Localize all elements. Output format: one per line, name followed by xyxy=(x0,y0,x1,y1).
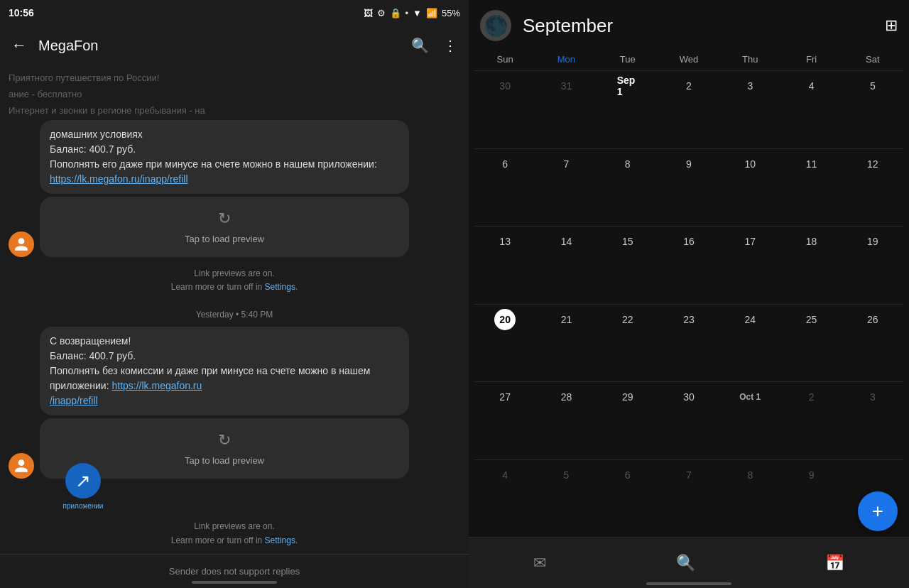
day-25: 25 xyxy=(801,309,822,330)
day-22: 22 xyxy=(617,309,638,330)
cell-11[interactable]: 11 xyxy=(780,149,842,227)
day-oct7: 7 xyxy=(678,464,700,486)
user-avatar[interactable]: 🌑 xyxy=(480,10,511,41)
cell-5[interactable]: 5 xyxy=(842,71,903,148)
settings-link-2[interactable]: Settings xyxy=(265,535,295,545)
day-8: 8 xyxy=(617,153,638,175)
cell-23[interactable]: 23 xyxy=(658,305,719,382)
grid-view-button[interactable]: ⊞ xyxy=(885,16,898,35)
info-bar-2: Link previews are on. Learn more or turn… xyxy=(9,516,460,551)
bubble-1-text: домашних условияхБаланс: 400.7 руб.Попол… xyxy=(50,129,377,185)
day-5: 5 xyxy=(862,75,883,97)
sender-avatar-2 xyxy=(9,453,34,479)
cell-9[interactable]: 9 xyxy=(658,149,719,227)
vpn-icon: 🔒 xyxy=(390,8,401,18)
day-15: 15 xyxy=(617,231,638,252)
day-20-today: 20 xyxy=(494,309,516,330)
cell-oct8[interactable]: 8 xyxy=(719,460,780,538)
bubble-2-link[interactable]: https://lk.megafon.ru/inapp/refill xyxy=(50,380,202,406)
search-button[interactable]: 🔍 xyxy=(405,31,435,60)
cell-8[interactable]: 8 xyxy=(597,149,658,227)
cell-31-aug[interactable]: 31 xyxy=(535,71,597,148)
cell-16[interactable]: 16 xyxy=(658,227,719,304)
cell-14[interactable]: 14 xyxy=(535,227,597,304)
day-14: 14 xyxy=(555,231,577,252)
cell-21[interactable]: 21 xyxy=(535,305,597,382)
fab-add-event[interactable]: + xyxy=(858,491,898,531)
day-2: 2 xyxy=(678,75,700,97)
nav-calendar[interactable]: 📅 xyxy=(825,554,844,572)
cell-22[interactable]: 22 xyxy=(597,305,658,382)
header-sat: Sat xyxy=(842,51,903,67)
cell-10[interactable]: 10 xyxy=(719,149,780,227)
cell-24[interactable]: 24 xyxy=(719,305,780,382)
preview-text-1: Tap to load preview xyxy=(185,234,264,244)
cell-7[interactable]: 7 xyxy=(535,149,597,227)
day-18: 18 xyxy=(801,231,822,252)
cell-15[interactable]: 15 xyxy=(597,227,658,304)
day-7: 7 xyxy=(555,153,577,175)
info-2-line1: Link previews are on. xyxy=(194,521,274,531)
back-button[interactable]: ← xyxy=(6,31,33,60)
cell-oct2[interactable]: 2 xyxy=(780,382,842,459)
cell-oct4[interactable]: 4 xyxy=(474,460,535,538)
cell-4[interactable]: 4 xyxy=(780,71,842,148)
cell-oct3[interactable]: 3 xyxy=(842,382,903,459)
cell-18[interactable]: 18 xyxy=(780,227,842,304)
cell-oct7[interactable]: 7 xyxy=(658,460,719,538)
sender-avatar-1 xyxy=(9,232,34,257)
cell-29[interactable]: 29 xyxy=(597,382,658,459)
more-button[interactable]: ⋮ xyxy=(437,31,463,60)
day-sep1: Sep 1 xyxy=(617,75,638,97)
day-21: 21 xyxy=(555,309,577,330)
faded-message-3: Интернет и звонки в регионе пребывания -… xyxy=(9,104,460,117)
settings-icon: ⚙ xyxy=(377,8,386,18)
cell-oct5[interactable]: 5 xyxy=(535,460,597,538)
day-11: 11 xyxy=(801,153,822,175)
cell-27[interactable]: 27 xyxy=(474,382,535,459)
gallery-icon: 🖼 xyxy=(364,8,373,18)
cell-20[interactable]: 20 xyxy=(474,305,535,382)
day-oct6: 6 xyxy=(617,464,638,486)
cell-13[interactable]: 13 xyxy=(474,227,535,304)
cell-17[interactable]: 17 xyxy=(719,227,780,304)
battery-icon: 55% xyxy=(442,8,460,18)
info-1-line1: Link previews are on. xyxy=(194,268,274,278)
day-oct9: 9 xyxy=(801,464,822,486)
day-31-aug: 31 xyxy=(555,75,577,97)
day-13: 13 xyxy=(494,231,516,252)
cell-3[interactable]: 3 xyxy=(719,71,780,148)
cell-12[interactable]: 12 xyxy=(842,149,903,227)
cal-nav-indicator xyxy=(646,582,731,585)
cell-26[interactable]: 26 xyxy=(842,305,903,382)
day-oct1: Oct 1 xyxy=(739,386,761,408)
cell-sep1[interactable]: Sep 1 xyxy=(597,71,658,148)
dot-icon: • xyxy=(405,8,409,18)
nav-email[interactable]: ✉ xyxy=(533,554,546,572)
nav-search[interactable]: 🔍 xyxy=(676,554,695,572)
settings-link-1[interactable]: Settings xyxy=(265,282,295,292)
cell-28[interactable]: 28 xyxy=(535,382,597,459)
cell-oct1[interactable]: Oct 1 xyxy=(719,382,780,459)
messages-area: Приятного путешествия по России! ание - … xyxy=(0,65,469,554)
day-oct5: 5 xyxy=(555,464,577,486)
day-6: 6 xyxy=(494,153,516,175)
message-bubble-2: С возвращением!Баланс: 400.7 руб.Пополня… xyxy=(40,327,409,415)
cell-oct6[interactable]: 6 xyxy=(597,460,658,538)
cell-25[interactable]: 25 xyxy=(780,305,842,382)
search-icon: 🔍 xyxy=(676,554,695,572)
preview-box-1[interactable]: ↻ Tap to load preview xyxy=(40,197,409,257)
bubble-1-link[interactable]: https://lk.megafon.ru/inapp/refill xyxy=(50,173,188,185)
cell-30-aug[interactable]: 30 xyxy=(474,71,535,148)
cell-30[interactable]: 30 xyxy=(658,382,719,459)
app-bar-actions: 🔍 ⋮ xyxy=(405,31,463,60)
wifi-icon: ▼ xyxy=(413,8,422,18)
cell-2[interactable]: 2 xyxy=(658,71,719,148)
status-icons: 🖼 ⚙ 🔒 • ▼ 📶 55% xyxy=(364,8,460,18)
cell-6[interactable]: 6 xyxy=(474,149,535,227)
cell-19[interactable]: 19 xyxy=(842,227,903,304)
sms-panel: 10:56 🖼 ⚙ 🔒 • ▼ 📶 55% ← MegaFon 🔍 ⋮ Прия… xyxy=(0,0,469,588)
week-4: 20 21 22 23 24 25 26 xyxy=(474,304,903,382)
day-headers: Sun Mon Tue Wed Thu Fri Sat xyxy=(469,51,909,67)
cell-oct9[interactable]: 9 xyxy=(780,460,842,538)
